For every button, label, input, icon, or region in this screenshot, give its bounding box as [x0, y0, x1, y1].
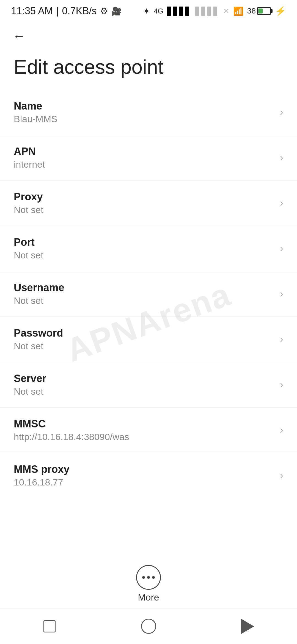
item-value-server: Not set [14, 386, 46, 397]
item-value-password: Not set [14, 341, 63, 351]
settings-item-mms-proxy[interactable]: MMS proxy 10.16.18.77 › [0, 453, 297, 498]
settings-item-name[interactable]: Name Blau-MMS › [0, 90, 297, 135]
item-content-proxy: Proxy Not set [14, 191, 43, 215]
item-value-port: Not set [14, 250, 43, 261]
item-content-apn: APN internet [14, 146, 45, 170]
chevron-right-icon-mms-proxy: › [280, 470, 283, 481]
item-label-mms-proxy: MMS proxy [14, 463, 70, 475]
more-dots [142, 576, 155, 579]
navigation-bar [0, 608, 297, 644]
charging-icon: ⚡ [275, 6, 286, 16]
item-content-server: Server Not set [14, 373, 46, 397]
back-button[interactable]: ← [11, 28, 28, 44]
back-arrow-icon: ← [13, 28, 26, 43]
wifi-icon: 📶 [233, 6, 243, 16]
item-content-port: Port Not set [14, 236, 43, 261]
signal-bars2-icon: ▋▋▋▋ [195, 7, 219, 16]
item-value-proxy: Not set [14, 204, 43, 215]
more-label: More [138, 592, 159, 603]
chevron-right-icon-username: › [280, 288, 283, 300]
camera-icon: 🎥 [111, 6, 122, 16]
settings-list: Name Blau-MMS › APN internet › Proxy Not… [0, 90, 297, 498]
battery-indicator: 38 [247, 7, 271, 15]
status-bar: 11:35 AM | 0.7KB/s ⚙ 🎥 ✦ 4G ▋▋▋▋ ▋▋▋▋ ✕ … [0, 0, 297, 22]
settings-item-proxy[interactable]: Proxy Not set › [0, 181, 297, 226]
item-label-username: Username [14, 282, 64, 294]
item-content-mmsc: MMSC http://10.16.18.4:38090/was [14, 418, 129, 442]
chevron-right-icon-mmsc: › [280, 424, 283, 436]
settings-icon: ⚙ [100, 6, 108, 16]
battery-fill [258, 9, 263, 13]
chevron-right-icon-password: › [280, 334, 283, 345]
settings-item-password[interactable]: Password Not set › [0, 317, 297, 362]
battery-box [257, 7, 271, 15]
dot-3 [152, 576, 155, 579]
chevron-right-icon-port: › [280, 243, 283, 254]
item-label-mmsc: MMSC [14, 418, 129, 430]
item-value-username: Not set [14, 295, 64, 306]
chevron-right-icon-apn: › [280, 152, 283, 163]
item-content-name: Name Blau-MMS [14, 100, 57, 124]
item-value-apn: internet [14, 159, 45, 170]
nav-recents-icon [43, 620, 56, 632]
signal-x-icon: ✕ [223, 7, 229, 15]
nav-back-button[interactable] [237, 615, 258, 637]
bluetooth-icon: ✦ [143, 6, 150, 16]
item-label-server: Server [14, 373, 46, 384]
settings-item-server[interactable]: Server Not set › [0, 362, 297, 408]
page-title: Edit access point [0, 50, 297, 90]
settings-item-apn[interactable]: APN internet › [0, 135, 297, 181]
dot-2 [147, 576, 150, 579]
item-content-password: Password Not set [14, 327, 63, 351]
nav-home-icon [141, 619, 156, 634]
settings-item-username[interactable]: Username Not set › [0, 271, 297, 317]
network-speed: 0.7KB/s [62, 5, 97, 17]
status-time: 11:35 AM [11, 5, 53, 17]
chevron-right-icon-proxy: › [280, 197, 283, 209]
settings-item-mmsc[interactable]: MMSC http://10.16.18.4:38090/was › [0, 408, 297, 453]
item-content-username: Username Not set [14, 282, 64, 306]
item-label-apn: APN [14, 146, 45, 157]
dot-1 [142, 576, 145, 579]
status-separator: | [56, 5, 59, 17]
status-right: ✦ 4G ▋▋▋▋ ▋▋▋▋ ✕ 📶 38 ⚡ [143, 6, 286, 16]
item-content-mms-proxy: MMS proxy 10.16.18.77 [14, 463, 70, 488]
item-value-mms-proxy: 10.16.18.77 [14, 477, 70, 488]
more-circle [136, 565, 161, 590]
item-label-port: Port [14, 236, 43, 248]
chevron-right-icon-server: › [280, 379, 283, 391]
signal-bars-icon: ▋▋▋▋ [167, 7, 191, 16]
more-button[interactable]: More [136, 565, 161, 603]
battery-percent: 38 [247, 7, 256, 15]
item-label-name: Name [14, 100, 57, 112]
chevron-right-icon-name: › [280, 107, 283, 118]
signal-4g-icon: 4G [154, 7, 163, 15]
toolbar: ← [0, 22, 297, 50]
item-label-proxy: Proxy [14, 191, 43, 203]
status-left: 11:35 AM | 0.7KB/s ⚙ 🎥 [11, 5, 122, 17]
item-value-mmsc: http://10.16.18.4:38090/was [14, 432, 129, 442]
item-value-name: Blau-MMS [14, 114, 57, 124]
item-label-password: Password [14, 327, 63, 339]
nav-back-icon [241, 619, 254, 634]
nav-home-button[interactable] [138, 615, 160, 637]
nav-recents-button[interactable] [38, 615, 61, 637]
settings-item-port[interactable]: Port Not set › [0, 226, 297, 271]
